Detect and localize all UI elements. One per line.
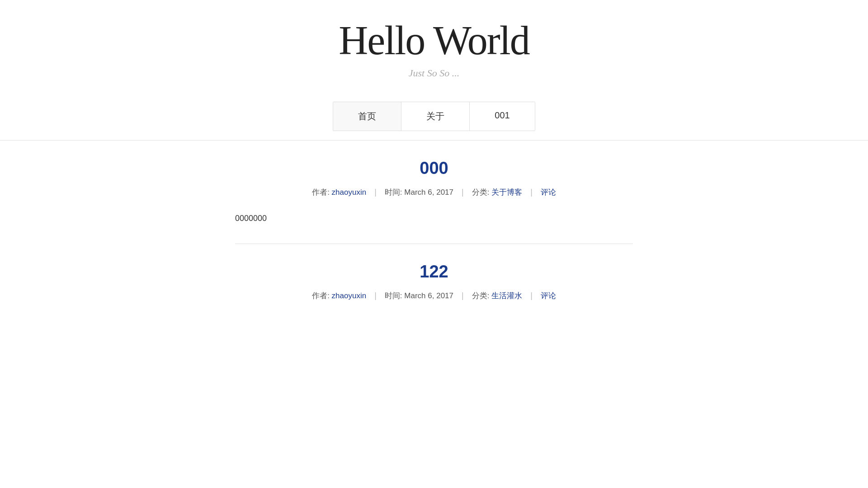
post-1-author-item: 作者: zhaoyuxin	[312, 187, 366, 197]
post-1-author-label: 作者:	[312, 187, 330, 197]
post-2-category-label: 分类:	[472, 291, 490, 301]
post-1: 000 作者: zhaoyuxin | 时间: March 6, 2017 | …	[235, 141, 633, 244]
post-1-title-link[interactable]: 000	[420, 159, 448, 178]
post-1-comment-item: 评论	[541, 187, 556, 197]
post-2-comment-item: 评论	[541, 291, 556, 301]
post-2-sep-1: |	[374, 291, 377, 300]
post-2-author-item: 作者: zhaoyuxin	[312, 291, 366, 301]
post-2-category-item: 分类: 生活灌水	[472, 291, 522, 301]
post-2: 122 作者: zhaoyuxin | 时间: March 6, 2017 | …	[235, 244, 633, 333]
post-1-meta: 作者: zhaoyuxin | 时间: March 6, 2017 | 分类: …	[235, 187, 633, 197]
post-1-content: 0000000	[235, 211, 633, 225]
post-1-time: March 6, 2017	[404, 188, 453, 197]
site-subtitle: Just So So ...	[0, 67, 868, 79]
site-header: Hello World Just So So ...	[0, 0, 868, 88]
nav-item-001[interactable]: 001	[470, 102, 534, 131]
post-2-comment-link[interactable]: 评论	[541, 291, 556, 301]
post-2-sep-2: |	[462, 291, 464, 300]
post-1-title[interactable]: 000	[235, 159, 633, 178]
post-2-author-link[interactable]: zhaoyuxin	[332, 291, 367, 300]
post-1-comment-link[interactable]: 评论	[541, 187, 556, 197]
post-1-sep-1: |	[374, 188, 377, 197]
post-1-author-link[interactable]: zhaoyuxin	[332, 188, 367, 197]
post-2-title[interactable]: 122	[235, 262, 633, 282]
post-2-time-item: 时间: March 6, 2017	[385, 291, 453, 301]
post-2-category-link[interactable]: 生活灌水	[491, 291, 522, 301]
post-1-category-link[interactable]: 关于博客	[491, 187, 522, 197]
site-title: Hello World	[0, 18, 868, 63]
nav-item-home[interactable]: 首页	[333, 102, 401, 131]
post-1-sep-2: |	[462, 188, 464, 197]
post-1-time-label: 时间:	[385, 187, 402, 197]
post-2-author-label: 作者:	[312, 291, 330, 301]
post-2-time: March 6, 2017	[404, 291, 453, 300]
post-2-title-link[interactable]: 122	[420, 262, 448, 281]
nav-container: 首页 关于 001	[333, 102, 535, 131]
main-content: 000 作者: zhaoyuxin | 时间: March 6, 2017 | …	[217, 141, 651, 333]
post-2-sep-3: |	[530, 291, 533, 300]
post-1-category-label: 分类:	[472, 187, 490, 197]
site-nav: 首页 关于 001	[0, 102, 868, 131]
post-2-time-label: 时间:	[385, 291, 402, 301]
post-1-sep-3: |	[530, 188, 533, 197]
post-2-meta: 作者: zhaoyuxin | 时间: March 6, 2017 | 分类: …	[235, 291, 633, 301]
post-1-time-item: 时间: March 6, 2017	[385, 187, 453, 197]
post-1-category-item: 分类: 关于博客	[472, 187, 522, 197]
nav-item-about[interactable]: 关于	[401, 102, 470, 131]
